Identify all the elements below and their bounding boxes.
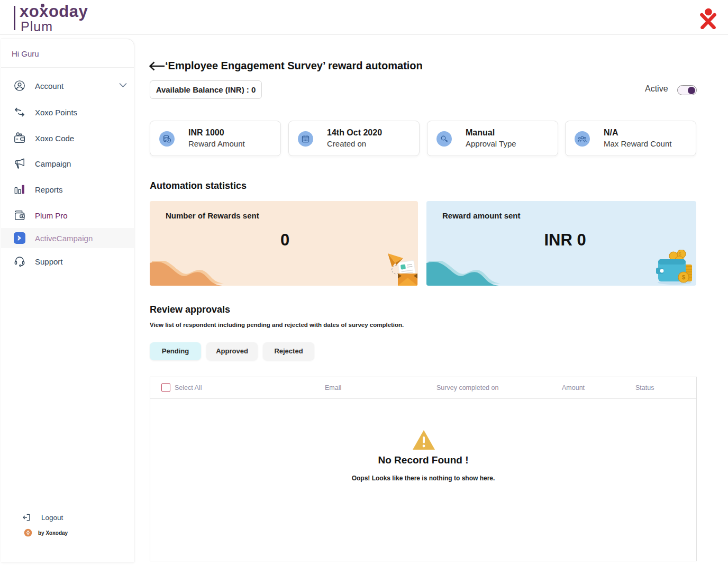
svg-text:$: $ bbox=[682, 274, 685, 280]
svg-text:$: $ bbox=[678, 251, 681, 257]
